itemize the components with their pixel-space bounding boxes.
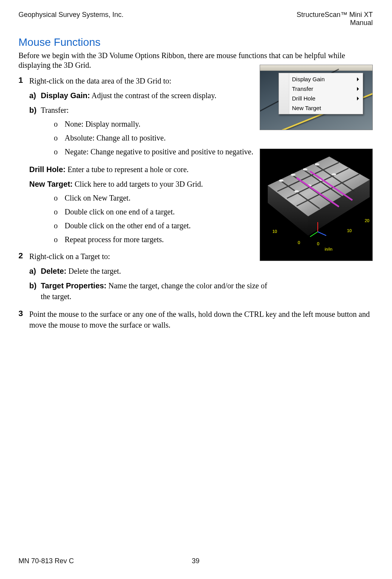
footer-page-number: 39 xyxy=(192,557,199,565)
bullet-icon: o xyxy=(54,192,65,203)
axis-unit-label: in/in xyxy=(325,247,332,251)
bullet-icon: o xyxy=(54,206,65,217)
svg-point-11 xyxy=(279,179,284,182)
display-gain-text: Adjust the contrast of the screen displa… xyxy=(90,91,217,100)
menu-item-display-gain[interactable]: Display Gain xyxy=(279,74,363,84)
submenu-arrow-icon xyxy=(357,77,359,81)
transfer-none: None: Display normally. xyxy=(65,119,140,129)
menu-item-drill-hole[interactable]: Drill Hole xyxy=(279,94,363,103)
section-title: Mouse Functions xyxy=(18,36,373,49)
target-props-label: Target Properties: xyxy=(41,281,107,290)
list-item: o Absolute: Change all to positive. xyxy=(54,132,373,143)
axis-label-x-near: 0 xyxy=(298,240,300,245)
new-target-text: Click here to add targets to your 3D Gri… xyxy=(73,180,203,188)
alpha-body: Target Properties: Name the target, chan… xyxy=(41,280,268,302)
nt-step-4: Repeat process for more targets. xyxy=(65,234,164,245)
svg-point-13 xyxy=(303,168,307,171)
delete-text: Delete the target. xyxy=(67,267,121,275)
axis-label-y-far2: 20 xyxy=(365,218,369,223)
bullet-icon: o xyxy=(54,119,65,129)
page-footer: MN 70-813 Rev C 39 xyxy=(18,557,373,565)
footer-doc-id: MN 70-813 Rev C xyxy=(18,557,74,565)
submenu-arrow-icon xyxy=(357,87,359,91)
display-gain-label: Display Gain: xyxy=(41,91,90,100)
menu-label: New Target xyxy=(292,105,321,111)
bullet-icon: o xyxy=(54,220,65,231)
list-marker-2: 2 xyxy=(18,251,29,306)
context-menu-figure: Display Gain Transfer Drill Hole New Tar… xyxy=(260,65,373,130)
menu-item-transfer[interactable]: Transfer xyxy=(279,84,363,94)
drill-hole-label: Drill Hole: xyxy=(29,165,65,174)
svg-point-14 xyxy=(315,163,319,166)
axis-label-y-far: 10 xyxy=(347,228,352,233)
nt-step-2: Double click on one end of a target. xyxy=(65,206,175,217)
alpha-marker: b) xyxy=(29,105,41,160)
header-left: Geophysical Survey Systems, Inc. xyxy=(18,11,123,19)
list-marker-1: 1 xyxy=(18,75,29,248)
axis-label-y-near: 0 xyxy=(317,241,319,246)
header-doc-type: Manual xyxy=(297,19,373,27)
list-item: b) Target Properties: Name the target, c… xyxy=(29,280,373,302)
page-header: Geophysical Survey Systems, Inc. Structu… xyxy=(18,11,373,27)
bullet-icon: o xyxy=(54,146,65,157)
submenu-arrow-icon xyxy=(357,97,359,100)
alpha-marker: a) xyxy=(29,266,41,276)
menu-label: Drill Hole xyxy=(292,95,315,102)
bullet-icon: o xyxy=(54,234,65,245)
axis-label-x-far: 10 xyxy=(272,229,277,234)
menu-label: Display Gain xyxy=(292,76,325,82)
delete-label: Delete: xyxy=(41,267,67,275)
drill-hole-text: Enter a tube to represent a hole or core… xyxy=(65,165,188,174)
menu-item-new-target[interactable]: New Target xyxy=(279,103,363,113)
header-product: StructureScan™ Mini XT xyxy=(297,11,373,19)
list-item: a) Delete: Delete the target. xyxy=(29,266,373,276)
nt-step-1: Click on New Target. xyxy=(65,192,130,203)
bullet-icon: o xyxy=(54,132,65,143)
item-3-lead: Point the mouse to the surface or any on… xyxy=(29,309,373,330)
alpha-marker: a) xyxy=(29,90,41,101)
context-menu[interactable]: Display Gain Transfer Drill Hole New Tar… xyxy=(279,73,363,114)
nt-step-3: Double click on the other end of a targe… xyxy=(65,220,191,231)
new-target-label: New Target: xyxy=(29,180,73,188)
ribbon-bar xyxy=(260,65,372,71)
grid-3d-svg: 0 10 0 10 20 in/in xyxy=(260,149,372,261)
list-marker-3: 3 xyxy=(18,309,29,330)
svg-point-15 xyxy=(294,190,299,192)
alpha-body: Delete: Delete the target. xyxy=(41,266,373,276)
menu-label: Transfer xyxy=(292,85,313,92)
alpha-marker: b) xyxy=(29,280,41,302)
transfer-negate: Negate: Change negative to positive and … xyxy=(65,146,253,157)
svg-point-18 xyxy=(332,173,336,176)
transfer-label: Transfer: xyxy=(41,106,69,114)
alpha-list-2: a) Delete: Delete the target. b) Target … xyxy=(29,266,373,302)
svg-point-12 xyxy=(291,174,295,176)
grid-3d-figure: 0 10 0 10 20 in/in xyxy=(260,149,373,261)
list-item: 3 Point the mouse to the surface or any … xyxy=(18,309,373,330)
transfer-absolute: Absolute: Change all to positive. xyxy=(65,132,166,143)
header-right: StructureScan™ Mini XT Manual xyxy=(297,11,373,27)
